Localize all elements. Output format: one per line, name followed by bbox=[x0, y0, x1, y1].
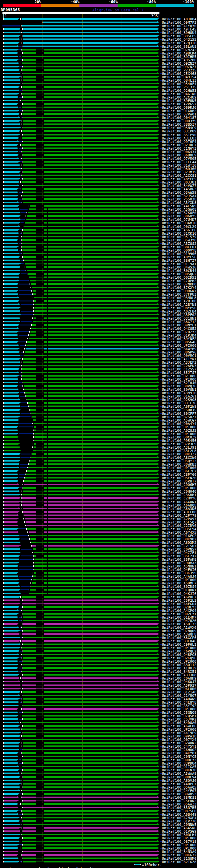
left-hsp-arrow[interactable] bbox=[4, 331, 17, 333]
left-hsp-arrow[interactable] bbox=[4, 677, 18, 679]
left-hsp-arrow[interactable] bbox=[4, 270, 19, 271]
main-hsp-bar[interactable] bbox=[33, 321, 157, 322]
subject-label[interactable]: UniRef100_D0CL29 bbox=[162, 225, 197, 228]
left-hsp-arrow[interactable] bbox=[4, 715, 17, 716]
subject-label[interactable]: UniRef100_Q3SF94 bbox=[162, 527, 197, 531]
left-hsp-arrow[interactable] bbox=[4, 222, 19, 223]
left-hsp-arrow[interactable] bbox=[4, 593, 19, 594]
left-hsp-arrow[interactable] bbox=[4, 409, 19, 411]
main-hsp-bar[interactable] bbox=[34, 436, 157, 438]
subject-label[interactable]: UniRef100_B5LAU8 bbox=[162, 45, 197, 48]
main-hsp-bar[interactable] bbox=[34, 562, 157, 563]
subject-label[interactable]: UniRef100_D0C0Z9 bbox=[162, 436, 197, 439]
subject-label[interactable]: UniRef100_C4E8Y8 bbox=[162, 701, 197, 704]
main-hsp-bar[interactable] bbox=[23, 32, 157, 33]
left-hsp-arrow[interactable] bbox=[4, 769, 18, 771]
subject-label[interactable]: UniRef100_P23225 bbox=[162, 69, 197, 72]
left-hsp-arrow[interactable] bbox=[4, 521, 17, 523]
subject-label[interactable]: UniRef100_A6VDF7 bbox=[162, 595, 197, 599]
left-hsp-arrow[interactable] bbox=[4, 76, 19, 78]
subject-label[interactable]: UniRef100_C2HVY6 bbox=[162, 497, 197, 500]
left-hsp-arrow[interactable] bbox=[4, 708, 17, 710]
subject-label[interactable]: UniRef100_Q0VMC1 bbox=[162, 354, 197, 358]
left-hsp-arrow[interactable] bbox=[4, 321, 19, 322]
left-hsp-arrow[interactable] bbox=[4, 705, 17, 706]
left-hsp-arrow[interactable] bbox=[4, 80, 19, 81]
subject-label[interactable]: UniRef100_C5P2L2 bbox=[162, 599, 197, 602]
left-hsp-arrow[interactable] bbox=[4, 362, 19, 363]
main-hsp-bar[interactable] bbox=[34, 565, 157, 567]
subject-label[interactable]: UniRef100_B8MKS1 bbox=[162, 796, 197, 799]
subject-label[interactable]: UniRef100_B1XK16 bbox=[162, 232, 197, 235]
subject-label[interactable]: UniRef100_A4BPL7 bbox=[162, 782, 197, 786]
left-hsp-arrow[interactable] bbox=[4, 783, 19, 784]
subject-label[interactable]: UniRef100_A3PF02 bbox=[162, 313, 197, 316]
left-hsp-arrow[interactable] bbox=[4, 497, 19, 499]
left-hsp-arrow[interactable] bbox=[4, 32, 19, 33]
left-hsp-arrow[interactable] bbox=[4, 365, 19, 366]
left-hsp-arrow[interactable] bbox=[4, 745, 18, 747]
left-hsp-arrow[interactable] bbox=[4, 667, 17, 669]
subject-label[interactable]: UniRef100_B9IHR5 bbox=[162, 55, 197, 59]
main-hsp-bar[interactable] bbox=[29, 405, 157, 407]
main-hsp-bar[interactable] bbox=[34, 304, 157, 305]
left-hsp-arrow[interactable] bbox=[4, 348, 18, 349]
subject-label[interactable]: UniRef100_A4BAN9 bbox=[162, 698, 197, 701]
left-hsp-arrow[interactable] bbox=[4, 780, 19, 781]
subject-label[interactable]: UniRef100_A0YL56 bbox=[162, 255, 197, 259]
left-hsp-arrow[interactable] bbox=[4, 317, 19, 319]
subject-label[interactable]: UniRef100_B7S0Z7 bbox=[162, 415, 197, 419]
left-hsp-arrow[interactable] bbox=[4, 569, 17, 570]
subject-label[interactable]: UniRef100_Q0A4Y4 bbox=[162, 422, 197, 426]
left-hsp-arrow[interactable] bbox=[4, 293, 17, 295]
subject-label[interactable]: UniRef100_Q1Q8R1 bbox=[162, 588, 197, 592]
subject-label[interactable]: UniRef100_Q2JM19 bbox=[162, 170, 197, 174]
subject-label[interactable]: UniRef100_Q31PU9 bbox=[162, 130, 197, 133]
main-hsp-bar[interactable] bbox=[34, 310, 157, 312]
left-hsp-arrow[interactable] bbox=[4, 742, 19, 744]
left-hsp-arrow[interactable] bbox=[4, 650, 18, 652]
left-hsp-arrow[interactable] bbox=[4, 436, 17, 438]
main-hsp-bar[interactable] bbox=[34, 552, 157, 553]
left-hsp-arrow[interactable] bbox=[4, 209, 18, 210]
subject-label[interactable]: UniRef100_Q84L13 bbox=[162, 79, 197, 82]
left-hsp-arrow[interactable] bbox=[4, 430, 17, 431]
left-hsp-arrow[interactable] bbox=[4, 817, 18, 818]
subject-label[interactable]: UniRef100_B4WYB9 bbox=[162, 347, 197, 351]
main-hsp-bar[interactable] bbox=[33, 420, 157, 421]
subject-label[interactable]: UniRef100_A2PA97 bbox=[162, 517, 197, 521]
left-hsp-arrow[interactable] bbox=[4, 154, 17, 156]
subject-label[interactable]: UniRef100_P51375 bbox=[162, 86, 197, 89]
left-hsp-arrow[interactable] bbox=[4, 654, 18, 655]
left-hsp-arrow[interactable] bbox=[4, 351, 19, 353]
left-hsp-arrow[interactable] bbox=[4, 548, 19, 550]
subject-label[interactable]: UniRef100_A6Y4X5 bbox=[162, 531, 197, 534]
left-hsp-arrow[interactable] bbox=[4, 735, 19, 737]
main-hsp-bar[interactable] bbox=[30, 280, 157, 281]
subject-label[interactable]: UniRef100_Q16FG2 bbox=[162, 534, 197, 537]
subject-label[interactable]: UniRef100_B8K9B2 bbox=[162, 537, 197, 541]
left-hsp-arrow[interactable] bbox=[4, 453, 19, 455]
left-hsp-arrow[interactable] bbox=[4, 728, 19, 730]
main-hsp-bar[interactable] bbox=[27, 525, 157, 526]
main-hsp-bar[interactable] bbox=[30, 334, 157, 336]
left-hsp-arrow[interactable] bbox=[4, 259, 19, 261]
subject-label[interactable]: UniRef100_B8GPV6 bbox=[162, 351, 197, 354]
left-hsp-arrow[interactable] bbox=[4, 786, 19, 788]
left-hsp-arrow[interactable] bbox=[4, 246, 17, 248]
main-hsp-bar[interactable] bbox=[34, 559, 157, 560]
subject-label[interactable]: UniRef100_A8YEE5 bbox=[162, 177, 197, 181]
left-hsp-arrow[interactable] bbox=[4, 181, 18, 183]
left-hsp-arrow[interactable] bbox=[4, 473, 17, 475]
left-hsp-arrow[interactable] bbox=[4, 38, 19, 40]
main-hsp-bar[interactable] bbox=[30, 589, 157, 591]
main-hsp-bar[interactable] bbox=[27, 270, 157, 271]
main-hsp-bar[interactable] bbox=[34, 297, 157, 298]
main-hsp-bar[interactable] bbox=[31, 412, 157, 414]
subject-label[interactable]: UniRef100_C5BRJ5 bbox=[162, 409, 197, 412]
subject-label[interactable]: UniRef100_A5DT73 bbox=[162, 623, 197, 626]
subject-label[interactable]: UniRef100_A1TYW1 bbox=[162, 358, 197, 361]
left-hsp-arrow[interactable] bbox=[4, 610, 17, 611]
subject-label[interactable]: UniRef100_B9W853 bbox=[162, 793, 197, 796]
left-hsp-arrow[interactable] bbox=[4, 239, 17, 241]
